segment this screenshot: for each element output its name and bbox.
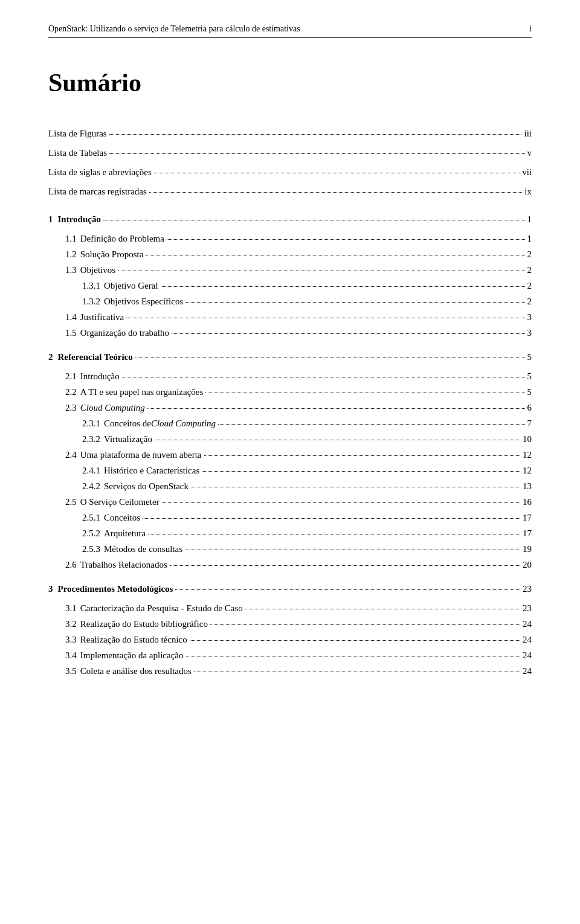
toc-page-number: iii [524, 126, 532, 141]
section-number: 3.1 [65, 601, 77, 615]
section-title: Caracterização da Pesquisa - Estudo de C… [80, 601, 243, 615]
toc-dots [172, 333, 525, 334]
toc-label: Lista de Figuras [48, 126, 524, 141]
subsection-title: Conceitos de [104, 416, 151, 431]
toc-label: 2.1Introdução [48, 369, 527, 383]
section-number: 1.5 [65, 326, 77, 340]
toc-label: 1Introdução [48, 212, 527, 226]
toc-label: 3Procedimentos Metodológicos [48, 582, 523, 596]
chapter-title: Introdução [58, 212, 101, 226]
toc-page-number: 24 [523, 648, 532, 663]
toc-entry: 3Procedimentos Metodológicos23 [48, 582, 532, 596]
section-title: Implementação da aplicação [80, 648, 184, 663]
subsection-number: 2.5.3 [82, 542, 100, 556]
toc-dots [191, 487, 520, 487]
toc-label: 2Referencial Teórico [48, 350, 527, 364]
toc-entry: 2.6Trabalhos Relacionados20 [48, 557, 532, 572]
toc-dots [149, 192, 522, 193]
toc-label: 2.4.1Histórico e Características [48, 463, 523, 478]
section-number: 2.4 [65, 448, 77, 462]
section-title: Justificativa [80, 310, 124, 324]
toc-label: 2.3Cloud Computing [48, 400, 527, 415]
page: OpenStack: Utilizando o serviço de Telem… [0, 0, 580, 924]
toc-page-number: 20 [523, 557, 532, 572]
subsection-title: Virtualização [104, 432, 152, 446]
toc-label: 1.5Organização do trabalho [48, 326, 527, 340]
header-bar: OpenStack: Utilizando o serviço de Telem… [48, 24, 532, 38]
toc-page-number: 3 [527, 310, 532, 324]
toc-entry: 2.5.2Arquitetura17 [48, 526, 532, 541]
section-number: 1.4 [65, 310, 77, 324]
toc-entry: 2Referencial Teórico5 [48, 350, 532, 364]
toc-page-number: 10 [523, 432, 532, 446]
toc-entry: 3.2Realização do Estudo bibliográfico24 [48, 617, 532, 631]
toc-dots [135, 358, 525, 358]
toc-chapters: 1Introdução11.1Definição do Problema11.2… [48, 212, 532, 688]
toc-label: 1.1Definição do Problema [48, 231, 527, 246]
toc-entry: 2.4.1Histórico e Características12 [48, 463, 532, 478]
subsection-number: 2.5.2 [82, 526, 100, 541]
toc-label: 1.3.1Objetivo Geral [48, 278, 527, 293]
toc-entry: 2.5.3Métodos de consultas19 [48, 542, 532, 556]
subsection-title: Serviços do OpenStack [104, 479, 188, 493]
section-title: Trabalhos Relacionados [80, 557, 167, 572]
toc-page-number: 13 [523, 479, 532, 493]
header-title: OpenStack: Utilizando o serviço de Telem… [48, 24, 300, 34]
toc-entry: 3.4Implementação da aplicação24 [48, 648, 532, 663]
toc-label: 2.5.1Conceitos [48, 510, 523, 525]
toc-entry: 3.5Coleta e análise dos resultados24 [48, 664, 532, 678]
toc-label: 3.2Realização do Estudo bibliográfico [48, 617, 523, 631]
section-number: 2.1 [65, 369, 77, 383]
toc-entry: 3.3Realização do Estudo técnico24 [48, 632, 532, 647]
chapter-number: 2 [48, 350, 53, 364]
toc-page-number: 5 [527, 350, 532, 364]
toc-page-number: 7 [527, 416, 532, 431]
toc-page-number: 1 [527, 231, 532, 246]
toc-entry: Lista de Figurasiii [48, 126, 532, 141]
toc-entry: 1.3.2Objetivos Específicos2 [48, 294, 532, 309]
toc-entry: 1Introdução1 [48, 212, 532, 226]
chapter-number: 3 [48, 582, 53, 596]
section-number: 3.3 [65, 632, 77, 647]
section-number: 2.3 [65, 400, 77, 415]
toc-label: 3.3Realização do Estudo técnico [48, 632, 523, 647]
subsection-number: 2.4.1 [82, 463, 100, 478]
toc-label: 2.5O Serviço Ceilometer [48, 495, 523, 509]
toc-label: Lista de marcas registradas [48, 184, 524, 199]
section-title: Organização do trabalho [80, 326, 169, 340]
toc-page-number: 12 [523, 463, 532, 478]
toc-label: Lista de siglas e abreviações [48, 165, 522, 179]
toc-dots [118, 271, 524, 271]
section-title: O Serviço Ceilometer [80, 495, 160, 509]
toc-dots [167, 239, 525, 240]
toc-page-number: 2 [527, 263, 532, 277]
page-title: Sumário [48, 68, 532, 97]
toc-page-number: 24 [523, 632, 532, 647]
toc-page-number: 5 [527, 369, 532, 383]
toc-container: Lista de FigurasiiiLista de TabelasvList… [48, 126, 532, 688]
toc-page-number: 16 [523, 495, 532, 509]
toc-dots [185, 302, 524, 303]
subsection-number: 2.3.1 [82, 416, 100, 431]
toc-dots [147, 408, 525, 409]
toc-entry: 2.3Cloud Computing6 [48, 400, 532, 415]
toc-page-number: 23 [523, 582, 532, 596]
toc-entry: 2.4Uma plataforma de nuvem aberta12 [48, 448, 532, 462]
section-title: Realização do Estudo técnico [80, 632, 187, 647]
toc-entry: Lista de Tabelasv [48, 146, 532, 160]
toc-page-number: 17 [523, 510, 532, 525]
chapter-title: Procedimentos Metodológicos [58, 582, 173, 596]
toc-chapter-title: Lista de Figuras [48, 126, 107, 141]
toc-label: 3.1Caracterização da Pesquisa - Estudo d… [48, 601, 523, 615]
toc-dots [154, 173, 520, 173]
toc-page-number: 24 [523, 617, 532, 631]
toc-label: 1.3Objetivos [48, 263, 527, 277]
section-title: Coleta e análise dos resultados [80, 664, 192, 678]
toc-entry: 1.1Definição do Problema1 [48, 231, 532, 246]
toc-dots [126, 318, 524, 318]
section-number: 2.6 [65, 557, 77, 572]
section-title: Objetivos [80, 263, 115, 277]
section-number: 3.5 [65, 664, 77, 678]
toc-dots [245, 609, 520, 609]
toc-dots [202, 471, 520, 472]
